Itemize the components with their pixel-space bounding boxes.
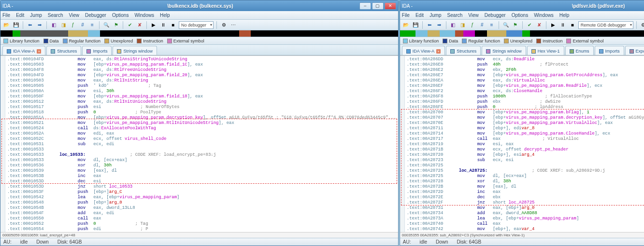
menu-edit[interactable]: Edit	[16, 13, 24, 18]
more-icon[interactable]: ⋯	[229, 21, 237, 29]
tab-enums[interactable]: Enums	[565, 46, 594, 55]
titlebar[interactable]: IDA - \bulkencx.idb (bulkencx.sys) – ▢ ✕	[0, 0, 398, 11]
back-icon[interactable]: ⬅	[426, 21, 433, 29]
nav-segment[interactable]	[0, 30, 13, 37]
nav-segment[interactable]	[68, 30, 88, 37]
nav-segment[interactable]	[455, 30, 463, 37]
names-icon[interactable]: ◨	[459, 21, 467, 29]
nav-segment[interactable]	[239, 30, 251, 37]
menu-search[interactable]: Search	[447, 13, 463, 18]
menu-jump[interactable]: Jump	[30, 13, 42, 18]
nav-segment[interactable]	[487, 30, 507, 37]
zoom-icon[interactable]: 🔍	[502, 21, 510, 29]
legend-label: Library function	[10, 39, 40, 43]
maximize-button[interactable]: ▢	[372, 2, 384, 10]
menu-view[interactable]: View	[468, 13, 479, 18]
dbg-stop-icon[interactable]: ■	[169, 21, 177, 29]
app-name: IDA -	[2, 3, 41, 9]
menu-help[interactable]: Help	[160, 13, 170, 18]
disassembly-view[interactable]: .text:000104FD mov eax, ds:RtlAnsiString…	[0, 55, 398, 232]
minimize-button[interactable]: –	[359, 2, 371, 10]
nav-segment[interactable]	[415, 30, 428, 37]
chart-icon[interactable]: ≡	[88, 21, 96, 29]
back-icon[interactable]: ⬅	[26, 21, 34, 29]
nav-segment[interactable]	[530, 30, 644, 37]
tab-hex-view-1[interactable]: Hex View-1	[527, 46, 564, 55]
menu-options[interactable]: Options	[112, 13, 129, 18]
save-icon[interactable]: 💾	[12, 21, 20, 29]
cfg-icon[interactable]: ⚙	[220, 21, 228, 29]
flag-icon[interactable]: ⚑	[112, 21, 120, 29]
nav-segment[interactable]	[88, 30, 100, 37]
names-icon[interactable]: ◨	[59, 21, 67, 29]
fwd-icon[interactable]: ➡	[435, 21, 443, 29]
tab-imports[interactable]: Imports	[595, 46, 624, 55]
tab-structures[interactable]: Structures	[446, 46, 481, 55]
menu-edit[interactable]: Edit	[415, 13, 424, 18]
menu-search[interactable]: Search	[48, 13, 63, 18]
menu-help[interactable]: Help	[559, 13, 570, 18]
func-icon[interactable]: ƒ	[469, 21, 476, 29]
tab-structures[interactable]: Structures	[46, 46, 81, 55]
menu-jump[interactable]: Jump	[429, 13, 441, 18]
nav-colorbar[interactable]	[400, 30, 644, 37]
flag-icon[interactable]: ⚑	[512, 21, 519, 29]
dbg-stop-icon[interactable]: ■	[569, 21, 576, 29]
nav-segment[interactable]	[440, 30, 456, 37]
tab-ida-view-a[interactable]: IDA View-A×	[2, 46, 45, 55]
nav-colorbar[interactable]	[0, 30, 398, 37]
open-icon[interactable]: 📂	[2, 21, 10, 29]
save-icon[interactable]: 💾	[412, 21, 419, 29]
fwd-icon[interactable]: ➡	[36, 21, 43, 29]
cancel-icon[interactable]: ✘	[535, 21, 543, 29]
nav-segment[interactable]	[428, 30, 440, 37]
chart-icon[interactable]: ≡	[488, 21, 496, 29]
dbg-pause-icon[interactable]: ⏸	[559, 21, 567, 29]
hex-icon[interactable]: #	[79, 21, 86, 29]
func-icon[interactable]: ƒ	[69, 21, 77, 29]
debugger-select[interactable]: No debugger	[179, 21, 214, 29]
menu-file[interactable]: File	[402, 13, 410, 18]
apply-icon[interactable]: ✔	[526, 21, 533, 29]
menu-debugger[interactable]: Debugger	[85, 13, 106, 18]
struct-icon[interactable]: ◧	[50, 21, 57, 29]
nav-segment[interactable]	[522, 30, 530, 37]
nav-segment[interactable]	[475, 30, 487, 37]
menu-view[interactable]: View	[69, 13, 80, 18]
tab-ida-view-a[interactable]: IDA View-A×	[402, 46, 445, 55]
tab-close-icon[interactable]: ×	[436, 49, 441, 54]
tab-imports[interactable]: Imports	[82, 46, 112, 55]
struct-icon[interactable]: ◧	[449, 21, 457, 29]
tab-icon	[486, 49, 490, 54]
disassembly-view[interactable]: .text:00A286DD mov ecx, ds:ReadFile .tex…	[400, 55, 644, 232]
nav-segment[interactable]	[13, 30, 20, 37]
tab-exports[interactable]: Exports	[625, 46, 644, 55]
zoom-icon[interactable]: 🔍	[102, 21, 110, 29]
menu-debugger[interactable]: Debugger	[485, 13, 506, 18]
dbg-play-icon[interactable]: ▶	[549, 21, 557, 29]
tab-close-icon[interactable]: ×	[37, 49, 41, 54]
apply-icon[interactable]: ✔	[126, 21, 134, 29]
dbg-pause-icon[interactable]: ⏸	[159, 21, 167, 29]
hex-icon[interactable]: #	[478, 21, 486, 29]
open-icon[interactable]: 📂	[402, 21, 410, 29]
nav-segment[interactable]	[463, 30, 475, 37]
nav-segment[interactable]	[100, 30, 239, 37]
tab-strings-window[interactable]: Strings window	[113, 46, 157, 55]
nav-segment[interactable]	[506, 30, 522, 37]
legend-chip: Data	[443, 39, 458, 43]
close-button[interactable]: ✕	[385, 2, 396, 10]
nav-segment[interactable]	[400, 30, 416, 37]
titlebar[interactable]: IDA - \pdfsvr.idb (pdfsvr.exe) – ▢ ✕	[400, 0, 644, 11]
cfg-icon[interactable]: ⚙	[640, 21, 644, 29]
dbg-play-icon[interactable]: ▶	[150, 21, 157, 29]
cancel-icon[interactable]: ✘	[136, 21, 143, 29]
debugger-select[interactable]: Remote GDB debugger	[578, 21, 633, 29]
menu-options[interactable]: Options	[512, 13, 528, 18]
nav-segment[interactable]	[251, 30, 398, 37]
menu-windows[interactable]: Windows	[534, 13, 554, 18]
nav-segment[interactable]	[20, 30, 68, 37]
menu-windows[interactable]: Windows	[134, 13, 154, 18]
menu-file[interactable]: File	[2, 13, 10, 18]
tab-strings-window[interactable]: Strings window	[482, 46, 526, 55]
